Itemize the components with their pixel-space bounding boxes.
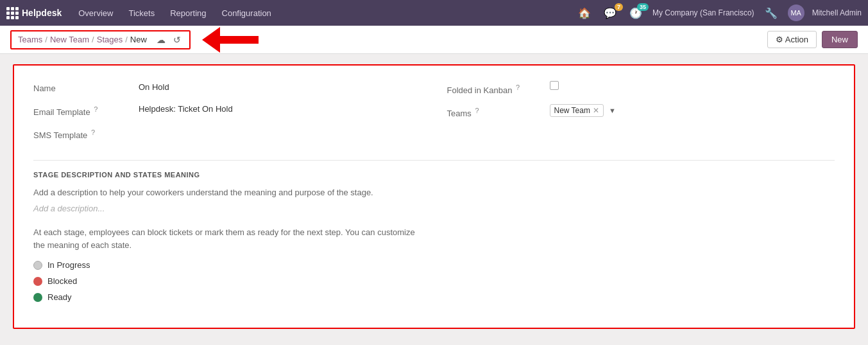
sms-template-label: SMS Template ? — [33, 126, 136, 140]
teams-dropdown-arrow[interactable]: ▼ — [609, 107, 616, 114]
breadcrumb-sep-2: / — [92, 35, 94, 44]
team-tag-remove[interactable]: ✕ — [593, 106, 599, 115]
breadcrumb-current: New — [130, 35, 147, 44]
user-name: Mitchell Admin — [812, 8, 862, 17]
breadcrumb-stages[interactable]: Stages — [97, 35, 123, 44]
folded-kanban-row: Folded in Kanban ? — [447, 81, 835, 95]
state-dot-in-progress — [33, 261, 42, 270]
form-col-left: Name Email Template ? SMS Template ? — [33, 81, 421, 150]
arrow-annotation — [202, 27, 259, 53]
state-label-ready: Ready — [47, 292, 72, 302]
teams-row: Teams ? New Team ✕ ▼ — [447, 104, 835, 118]
section-divider — [33, 160, 835, 161]
breadcrumb: Teams / New Team / Stages / New ☁ ↺ — [10, 30, 191, 49]
sms-template-row: SMS Template ? — [33, 126, 421, 140]
breadcrumb-sep-1: / — [45, 35, 47, 44]
teams-label: Teams ? — [447, 104, 550, 118]
folded-kanban-help[interactable]: ? — [516, 84, 520, 91]
breadcrumb-actions: ⚙ Action New — [767, 31, 858, 48]
breadcrumb-bar: Teams / New Team / Stages / New ☁ ↺ ⚙ Ac… — [0, 26, 868, 54]
teams-help[interactable]: ? — [475, 107, 479, 114]
nav-tickets[interactable]: Tickets — [122, 4, 161, 22]
breadcrumb-icons: ☁ ↺ — [155, 34, 183, 46]
messages-btn[interactable]: 💬 7 — [601, 6, 619, 21]
sms-template-help[interactable]: ? — [91, 128, 95, 136]
nav-overview[interactable]: Overview — [72, 4, 119, 22]
state-info-text: At each stage, employees can block ticke… — [33, 226, 418, 251]
brand[interactable]: Helpdesk — [6, 7, 62, 19]
folded-kanban-checkbox[interactable] — [550, 81, 559, 90]
home-icon-btn[interactable]: 🏠 — [575, 6, 593, 21]
arrow-head — [202, 27, 220, 53]
save-manually-icon[interactable]: ☁ — [155, 34, 167, 46]
state-row-blocked: Blocked — [33, 276, 835, 286]
nav-reporting[interactable]: Reporting — [164, 4, 212, 22]
state-label-in-progress: In Progress — [47, 260, 90, 270]
name-row: Name — [33, 81, 421, 94]
avatar[interactable]: MA — [788, 4, 804, 21]
nav-links: Overview Tickets Reporting Configuration — [72, 4, 278, 22]
discard-icon[interactable]: ↺ — [171, 34, 183, 46]
new-button[interactable]: New — [822, 31, 858, 48]
team-tag-label: New Team — [554, 106, 590, 115]
activities-btn[interactable]: 🕐 35 — [627, 6, 645, 21]
email-template-help[interactable]: ? — [94, 105, 98, 113]
state-row-ready: Ready — [33, 292, 835, 302]
action-button[interactable]: ⚙ Action — [767, 31, 817, 48]
breadcrumb-new-team[interactable]: New Team — [50, 35, 89, 44]
form-col-right: Folded in Kanban ? Teams ? New Team ✕ — [447, 81, 835, 150]
name-label: Name — [33, 81, 136, 93]
brand-name[interactable]: Helpdesk — [22, 8, 62, 18]
email-template-input[interactable] — [136, 103, 296, 116]
email-template-label: Email Template ? — [33, 103, 136, 117]
section-title: STAGE DESCRIPTION AND STATES MEANING — [33, 171, 835, 179]
state-row-in-progress: In Progress — [33, 260, 835, 270]
state-label-blocked: Blocked — [47, 276, 77, 286]
messages-badge: 7 — [615, 3, 623, 11]
arrow-body — [220, 36, 259, 44]
description-hint: Add a description to help your coworkers… — [33, 186, 835, 199]
form-card: Name Email Template ? SMS Template ? — [13, 64, 855, 329]
sms-template-input[interactable] — [136, 126, 296, 139]
main-content: Name Email Template ? SMS Template ? — [0, 54, 868, 339]
state-dot-blocked — [33, 277, 42, 286]
scrollbar[interactable] — [863, 54, 868, 339]
navbar-right: 🏠 💬 7 🕐 35 My Company (San Francisco) 🔧 … — [575, 4, 862, 21]
breadcrumb-teams[interactable]: Teams — [18, 35, 42, 44]
breadcrumb-sep-3: / — [125, 35, 128, 44]
folded-kanban-label: Folded in Kanban ? — [447, 81, 550, 95]
teams-field: New Team ✕ ▼ — [550, 104, 616, 117]
settings-icon-btn[interactable]: 🔧 — [762, 6, 780, 21]
email-template-row: Email Template ? — [33, 103, 421, 117]
nav-configuration[interactable]: Configuration — [216, 4, 278, 22]
team-tag: New Team ✕ — [550, 104, 604, 117]
name-input[interactable] — [136, 81, 296, 94]
company-name: My Company (San Francisco) — [652, 8, 754, 17]
navbar: Helpdesk Overview Tickets Reporting Conf… — [0, 0, 868, 26]
state-dot-ready — [33, 293, 42, 302]
description-placeholder[interactable]: Add a description... — [33, 204, 835, 213]
form-two-col: Name Email Template ? SMS Template ? — [33, 81, 835, 150]
grid-icon — [6, 7, 18, 19]
activities-badge: 35 — [637, 3, 649, 11]
